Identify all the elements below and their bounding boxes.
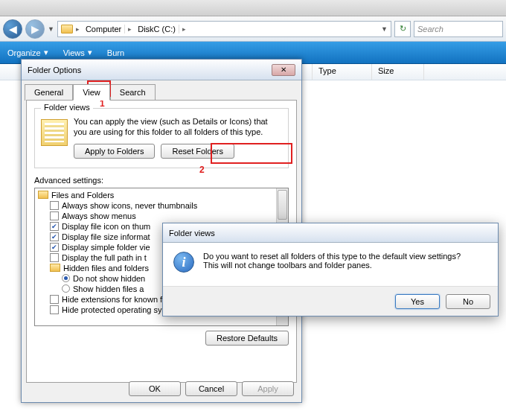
checkbox[interactable] [50, 222, 59, 231]
group-title: Folder views [41, 103, 93, 112]
nav-dropdown-icon[interactable]: ▼ [48, 25, 54, 33]
tree-item-label: Display file icon on thum [62, 222, 150, 231]
folder-icon[interactable] [50, 264, 60, 272]
titlebar [0, 0, 506, 16]
tree-item-label: Always show icons, never thumbnails [62, 201, 197, 210]
checkbox[interactable] [50, 201, 59, 210]
forward-button[interactable]: ▶ [25, 19, 45, 39]
checkbox[interactable] [50, 305, 59, 314]
tab-general[interactable]: General [25, 84, 73, 101]
chevron-right-icon: ▸ [181, 25, 188, 33]
dialog-buttons: OK Cancel Apply [129, 381, 294, 396]
restore-defaults-button[interactable]: Restore Defaults [205, 331, 289, 346]
dialog-title: Folder Options [28, 66, 81, 74]
col-size[interactable]: Size [372, 64, 424, 80]
organize-menu[interactable]: Organize ▾ [7, 48, 48, 57]
navbar: ◀ ▶ ▼ ▸ Computer ▸ DiskC (C:) ▸ ▼ ↻ Sear… [0, 16, 506, 42]
address-dropdown-icon[interactable]: ▼ [381, 25, 388, 33]
back-button[interactable]: ◀ [3, 19, 22, 39]
advanced-settings-label: Advanced settings: [34, 176, 289, 185]
folder-views-text: You can apply the view (such as Details … [41, 116, 282, 138]
burn-button[interactable]: Burn [107, 48, 124, 57]
checkbox[interactable] [50, 232, 59, 241]
tree-item[interactable]: Always show menus [38, 211, 288, 221]
confirm-line1: Do you want to reset all folders of this… [203, 252, 461, 261]
views-menu[interactable]: Views ▾ [63, 48, 92, 57]
confirm-line2: This will not change toolbars and folder… [203, 261, 461, 270]
col-type[interactable]: Type [313, 64, 372, 80]
tree-item-label: Show hidden files a [73, 284, 144, 293]
tree-item-label: Do not show hidden [73, 274, 145, 283]
tree-item-label: Hidden files and folders [63, 264, 149, 273]
tree-root-label: Files and Folders [51, 191, 114, 200]
scrollbar-thumb[interactable] [278, 190, 287, 220]
tree-item-label: Display simple folder vie [62, 243, 150, 252]
tree-item-label: Display file size informat [62, 232, 150, 241]
confirm-title: Folder views [169, 229, 215, 238]
ok-button[interactable]: OK [129, 381, 181, 396]
checkbox[interactable] [50, 243, 59, 252]
breadcrumb-computer[interactable]: Computer [83, 25, 125, 34]
confirm-body: i Do you want to reset all folders of th… [163, 243, 498, 286]
folder-views-group: Folder views You can apply the view (suc… [34, 108, 289, 168]
refresh-button[interactable]: ↻ [394, 21, 411, 37]
radio-button[interactable] [62, 274, 70, 282]
confirm-buttons: Yes No [163, 286, 498, 316]
tab-view[interactable]: View [73, 84, 110, 101]
confirm-titlebar: Folder views [163, 223, 498, 243]
folder-icon [38, 191, 48, 199]
info-icon: i [173, 252, 194, 273]
folder-icon [61, 25, 73, 34]
chevron-right-icon: ▸ [74, 25, 81, 33]
tab-search[interactable]: Search [110, 84, 156, 101]
radio-button[interactable] [62, 284, 70, 293]
apply-button[interactable]: Apply [242, 381, 294, 396]
apply-to-folders-button[interactable]: Apply to Folders [74, 144, 155, 159]
chevron-right-icon: ▸ [126, 25, 133, 33]
tab-strip: General View Search [22, 80, 301, 100]
folder-icon [41, 119, 68, 146]
checkbox[interactable] [50, 253, 59, 262]
dialog-titlebar: Folder Options ✕ [22, 60, 301, 80]
breadcrumb-diskc[interactable]: DiskC (C:) [135, 25, 179, 34]
address-bar[interactable]: ▸ Computer ▸ DiskC (C:) ▸ ▼ [57, 21, 391, 37]
confirm-text: Do you want to reset all folders of this… [203, 252, 461, 286]
tree-item-label: Always show menus [62, 211, 136, 220]
tree-item-label: Display the full path in t [62, 253, 147, 262]
no-button[interactable]: No [446, 294, 490, 309]
search-input[interactable]: Search [414, 21, 503, 37]
checkbox[interactable] [50, 211, 59, 220]
close-button[interactable]: ✕ [272, 64, 295, 76]
tree-root: Files and Folders [38, 190, 288, 200]
tree-item[interactable]: Always show icons, never thumbnails [38, 200, 288, 211]
confirm-dialog: Folder views i Do you want to reset all … [162, 223, 499, 316]
checkbox[interactable] [50, 295, 59, 304]
yes-button[interactable]: Yes [395, 294, 440, 309]
reset-folders-button[interactable]: Reset Folders [161, 144, 234, 159]
cancel-button[interactable]: Cancel [185, 381, 237, 396]
